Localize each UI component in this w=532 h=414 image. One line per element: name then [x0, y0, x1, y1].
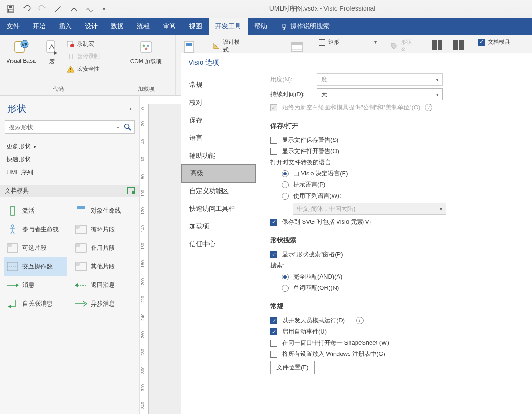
svg-rect-26	[291, 43, 303, 45]
tab-developer[interactable]: 开发工具	[209, 18, 248, 35]
tab-tellme[interactable]: 操作说明搜索	[274, 18, 336, 35]
record-icon	[67, 40, 74, 48]
svg-point-4	[282, 24, 286, 28]
svg-point-19	[147, 45, 149, 47]
tab-data[interactable]: 数据	[104, 18, 130, 35]
check-icon: ✓	[478, 39, 485, 46]
svg-rect-32	[459, 40, 464, 50]
undo-icon[interactable]	[22, 5, 31, 13]
record-macro-button[interactable]: 录制宏	[66, 39, 101, 49]
rectangle-icon	[319, 39, 325, 46]
svg-rect-15	[70, 68, 71, 70]
save-icon[interactable]	[7, 5, 15, 13]
svg-rect-2	[9, 9, 13, 12]
svg-point-20	[145, 48, 147, 50]
shape-name-button: 形状名	[390, 37, 418, 55]
svg-point-12	[70, 44, 74, 47]
rectangle-dropdown[interactable]: 矩形 ▾	[318, 37, 377, 47]
code-group-label: 代码	[5, 85, 111, 95]
svg-rect-29	[432, 40, 437, 50]
com-addins-button[interactable]: COM 加载项	[124, 37, 168, 66]
shapesheet-icon[interactable]	[431, 38, 444, 51]
addins-icon	[138, 39, 155, 56]
tab-review[interactable]: 审阅	[156, 18, 182, 35]
svg-text:VB: VB	[22, 42, 28, 47]
tab-help[interactable]: 帮助	[248, 18, 274, 35]
svg-marker-10	[54, 51, 58, 55]
angle-label: 用度(N):	[270, 75, 312, 84]
dialog-nav: 常规 校对 保存 语言 辅助功能 高级 自定义功能区 快速访问工具栏 加载项 信…	[181, 73, 256, 96]
svg-rect-23	[189, 43, 192, 46]
tab-view[interactable]: 视图	[182, 18, 209, 35]
tab-process[interactable]: 流程	[130, 18, 156, 35]
warning-icon	[67, 66, 74, 73]
title-bar: ▾ UML时序图.vsdx - Visio Professional	[0, 0, 532, 18]
dialog-content[interactable]: 用度(N): 度▾ 持续时间(D): 天▾ ✓ 始终为新空白绘图和模具提供"公制…	[256, 73, 532, 96]
svg-rect-5	[283, 28, 285, 29]
macros-icon	[44, 39, 61, 56]
design-mode-button[interactable]: 设计模式	[212, 37, 246, 55]
tab-design[interactable]: 设计	[78, 18, 104, 35]
tab-home[interactable]: 开始	[26, 18, 52, 35]
chevron-down-icon: ▾	[374, 40, 377, 45]
duration-select[interactable]: 天▾	[317, 88, 443, 96]
svg-rect-14	[72, 54, 73, 59]
qat-customize-icon[interactable]: ▾	[101, 5, 106, 13]
lightbulb-icon	[280, 23, 288, 30]
tab-file[interactable]: 文件	[0, 18, 26, 35]
svg-point-18	[142, 45, 145, 47]
app-name: Visio Professional	[323, 5, 375, 12]
pause-record-button: 暂停录制	[66, 52, 101, 61]
tab-insert[interactable]: 插入	[52, 18, 78, 35]
svg-rect-13	[69, 54, 70, 59]
macro-security-button[interactable]: 宏安全性	[66, 64, 101, 74]
macros-button[interactable]: 宏	[43, 37, 61, 66]
nav-proofing[interactable]: 校对	[181, 94, 256, 96]
pause-icon	[67, 53, 74, 60]
window-title: UML时序图.vsdx - Visio Professional	[113, 5, 532, 13]
visual-basic-button[interactable]: VB Visual Basic	[5, 37, 38, 64]
visio-options-dialog: Visio 选项 常规 校对 保存 语言 辅助功能 高级 自定义功能区 快速访问…	[181, 53, 532, 96]
svg-rect-17	[141, 42, 152, 52]
freeform-tool-icon[interactable]	[86, 5, 94, 13]
svg-rect-16	[70, 71, 71, 72]
line-tool-icon[interactable]	[54, 5, 62, 13]
vb-icon: VB	[13, 39, 30, 56]
quick-access-toolbar: ▾	[0, 5, 113, 13]
addins-group-label: 加载项	[121, 85, 171, 95]
svg-rect-31	[453, 40, 458, 50]
arc-tool-icon[interactable]	[70, 5, 78, 13]
chevron-down-icon: ▾	[436, 77, 438, 82]
chevron-down-icon: ▾	[436, 92, 438, 96]
shape-behavior-icon[interactable]	[452, 38, 465, 51]
filename: UML时序图.vsdx	[269, 5, 318, 12]
angle-select: 度▾	[317, 73, 443, 86]
dialog-title: Visio 选项	[181, 53, 532, 73]
nav-general[interactable]: 常规	[181, 76, 256, 94]
tag-icon	[391, 42, 398, 50]
duration-label: 持续时间(D):	[270, 90, 312, 96]
svg-line-3	[55, 6, 61, 12]
svg-rect-22	[186, 43, 189, 46]
ribbon-tabs: 文件 开始 插入 设计 数据 流程 审阅 视图 开发工具 帮助 操作说明搜索	[0, 18, 532, 35]
doc-stencil-checkbox[interactable]: ✓ 文档模具	[477, 37, 527, 47]
svg-rect-1	[9, 6, 12, 8]
svg-rect-30	[438, 40, 442, 50]
redo-icon[interactable]	[38, 5, 47, 13]
ruler-triangle-icon	[213, 42, 220, 50]
